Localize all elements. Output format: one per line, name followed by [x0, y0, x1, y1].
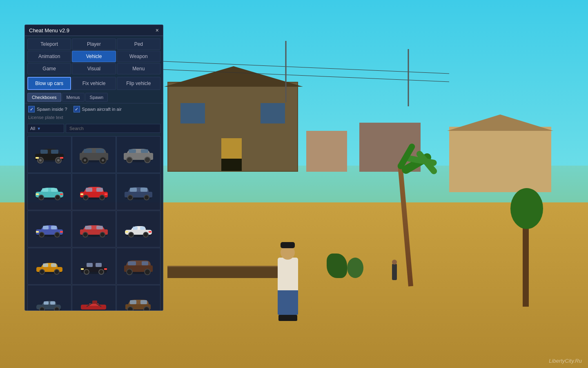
svg-point-62	[83, 232, 88, 237]
svg-point-33	[55, 195, 60, 200]
vehicle-icon-5	[78, 183, 110, 201]
subtab-checkboxes[interactable]: Checkboxes	[27, 93, 61, 102]
spawn-inside-checkbox-box[interactable]	[28, 106, 35, 112]
svg-point-48	[128, 195, 133, 200]
svg-point-91	[145, 269, 150, 275]
svg-rect-89	[142, 261, 148, 265]
svg-rect-107	[140, 300, 147, 304]
vehicle-cell-1[interactable]	[27, 136, 71, 173]
svg-rect-75	[51, 263, 56, 267]
spawn-aircraft-checkbox-box[interactable]	[74, 106, 80, 112]
vehicle-icon-3	[122, 146, 155, 164]
svg-rect-39	[96, 188, 103, 192]
svg-point-49	[144, 195, 149, 200]
vehicle-icon-11	[78, 257, 110, 276]
nav-teleport[interactable]: Teleport	[27, 38, 71, 50]
panel-close-button[interactable]: ×	[156, 27, 159, 34]
vehicle-filter-dropdown[interactable]: All ▼	[27, 124, 64, 133]
svg-rect-53	[51, 226, 57, 229]
power-lines	[163, 41, 449, 123]
svg-point-90	[127, 269, 132, 275]
svg-rect-24	[129, 149, 136, 153]
panel-title: Cheat Menu v2.9	[29, 27, 69, 34]
spawn-aircraft-checkbox[interactable]: Spawn aircraft in air	[74, 106, 122, 112]
vehicle-icon-4	[33, 183, 66, 201]
nav-vehicle[interactable]: Vehicle	[72, 51, 116, 62]
svg-rect-103	[92, 301, 97, 304]
spawn-aircraft-label: Spawn aircraft in air	[82, 107, 122, 112]
subtab-spawn[interactable]: Spawn	[85, 93, 108, 102]
vehicle-cell-2[interactable]	[72, 136, 116, 173]
flip-vehicle-button[interactable]: Flip vehicle	[117, 77, 160, 90]
nav-row-1: Teleport Player Ped	[25, 36, 163, 51]
vehicle-cell-5[interactable]	[72, 173, 116, 210]
house-right	[449, 127, 551, 192]
svg-point-40	[83, 195, 88, 200]
tree-top-right	[510, 188, 543, 229]
vehicle-cell-13[interactable]	[27, 285, 71, 310]
checkbox-section: Spawn inside ? Spawn aircraft in air	[25, 103, 163, 114]
vehicle-cell-10[interactable]	[27, 248, 71, 285]
svg-point-27	[145, 157, 150, 163]
dropdown-arrow-icon: ▼	[37, 126, 41, 131]
svg-point-41	[100, 195, 105, 200]
light	[221, 138, 242, 159]
svg-rect-67	[140, 227, 145, 230]
svg-rect-94	[44, 301, 49, 305]
action-row: Blow up cars Fix vehicle Flip vehicle	[25, 75, 163, 92]
nav-row-3: Game Visual Menu	[25, 63, 163, 75]
svg-rect-47	[140, 188, 147, 192]
vehicle-icon-2	[78, 146, 110, 164]
vehicle-icon-13	[33, 294, 66, 311]
svg-rect-95	[50, 301, 55, 305]
svg-point-11	[57, 159, 60, 162]
nav-game[interactable]: Game	[27, 63, 71, 74]
character	[274, 258, 294, 294]
vehicle-cell-14[interactable]	[72, 285, 116, 310]
subtab-menus[interactable]: Menus	[62, 93, 85, 102]
house-far	[306, 131, 347, 172]
nav-weapon[interactable]: Weapon	[117, 51, 160, 62]
nav-player[interactable]: Player	[72, 38, 116, 50]
svg-rect-46	[130, 188, 137, 192]
vehicle-cell-3[interactable]	[116, 136, 160, 173]
spawn-inside-checkbox[interactable]: Spawn inside ?	[28, 106, 67, 112]
svg-point-10	[39, 159, 42, 162]
vehicle-cell-7[interactable]	[27, 211, 71, 247]
npc	[392, 264, 397, 280]
svg-rect-6	[40, 150, 48, 154]
svg-rect-70	[125, 231, 128, 233]
fix-vehicle-button[interactable]: Fix vehicle	[72, 77, 116, 90]
spawn-inside-label: Spawn inside ?	[37, 107, 67, 112]
vehicle-cell-9[interactable]	[116, 211, 160, 247]
svg-rect-13	[60, 157, 63, 159]
svg-rect-42	[80, 193, 83, 195]
vehicle-icon-8	[78, 220, 110, 238]
nav-visual[interactable]: Visual	[72, 63, 116, 74]
nav-ped[interactable]: Ped	[117, 38, 160, 50]
nav-menu[interactable]: Menu	[117, 63, 160, 74]
vehicle-cell-6[interactable]	[116, 173, 160, 210]
vehicle-icon-12	[122, 257, 155, 276]
svg-rect-61	[96, 226, 103, 229]
svg-rect-71	[149, 231, 151, 233]
vehicle-icon-10	[33, 257, 66, 276]
svg-rect-106	[130, 300, 136, 304]
svg-point-32	[39, 195, 44, 200]
svg-point-20	[84, 159, 86, 162]
vehicle-cell-4[interactable]	[27, 173, 71, 210]
svg-rect-7	[51, 150, 58, 154]
vehicle-cell-11[interactable]	[72, 248, 116, 285]
nav-animation[interactable]: Animation	[27, 51, 71, 62]
svg-point-77	[54, 269, 59, 274]
vehicle-cell-15[interactable]	[116, 285, 160, 310]
vehicle-search-input[interactable]	[66, 124, 160, 133]
filter-value: All	[30, 126, 35, 131]
svg-rect-38	[86, 188, 92, 192]
vehicle-cell-12[interactable]	[116, 248, 160, 285]
svg-rect-88	[128, 261, 136, 265]
vehicle-cell-8[interactable]	[72, 211, 116, 247]
svg-rect-74	[43, 263, 48, 267]
blow-up-cars-button[interactable]: Blow up cars	[27, 77, 71, 90]
svg-rect-17	[96, 149, 104, 153]
